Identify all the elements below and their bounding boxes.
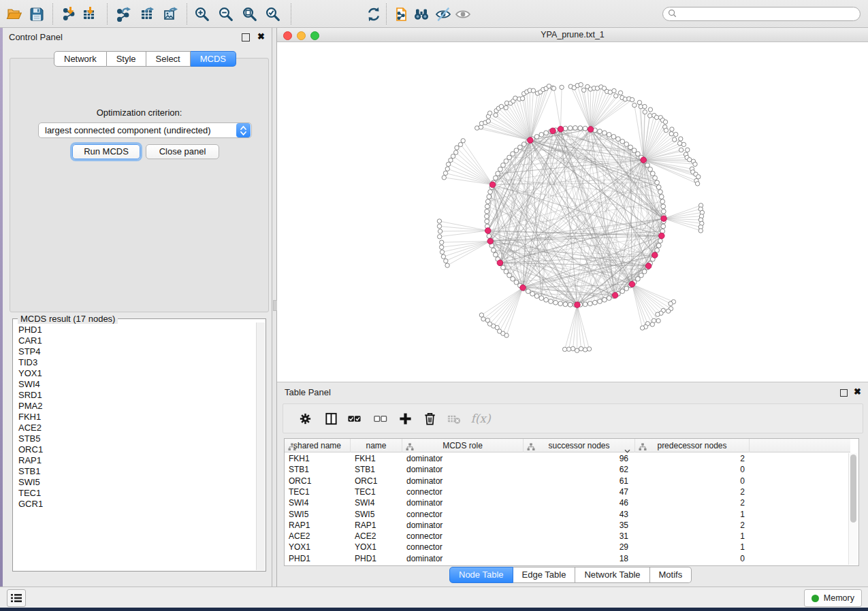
network-title: YPA_prune.txt_1: [277, 30, 868, 39]
cell-shared-name: TEC1: [285, 486, 351, 497]
table-row-FKH1[interactable]: FKH1FKH1dominator962: [285, 453, 858, 464]
cell-shared-name: STB1: [285, 464, 351, 475]
mcds-node-item[interactable]: SRD1: [14, 390, 256, 401]
zoom-fit-icon[interactable]: [241, 5, 259, 23]
mcds-node-item[interactable]: PMA2: [14, 401, 256, 412]
mcds-node-item[interactable]: STB5: [14, 433, 256, 444]
memory-button[interactable]: Memory: [804, 589, 862, 607]
add-icon[interactable]: [397, 410, 413, 427]
search-field[interactable]: [679, 9, 860, 20]
zoom-in-icon[interactable]: [193, 5, 211, 23]
close-panel-icon[interactable]: ✖: [257, 31, 265, 42]
tab-network-table[interactable]: Network Table: [575, 567, 649, 583]
export-network-icon[interactable]: [115, 5, 133, 23]
cell-name: RAP1: [351, 520, 402, 531]
close-table-panel-icon[interactable]: ✖: [854, 386, 861, 397]
mcds-node-item[interactable]: STP4: [14, 346, 256, 357]
tab-select[interactable]: Select: [146, 51, 191, 67]
show-all-icon[interactable]: [454, 5, 472, 23]
search-input[interactable]: [662, 7, 861, 21]
run-mcds-button[interactable]: Run MCDS: [72, 144, 140, 159]
mcds-node-item[interactable]: TEC1: [14, 488, 256, 499]
mcds-result-list[interactable]: PHD1CAR1STP4TID3YOX1SWI4SRD1PMA2FKH1ACE2…: [14, 325, 256, 570]
export-image-icon[interactable]: [162, 5, 180, 23]
tab-edge-table[interactable]: Edge Table: [513, 567, 576, 583]
import-table-icon[interactable]: [80, 5, 98, 23]
table-row-TEC1[interactable]: TEC1TEC1connector472: [285, 486, 858, 497]
table-header-row: shared namenameMCDS rolesuccessor nodesp…: [285, 439, 850, 452]
mcds-node-item[interactable]: GCR1: [14, 499, 256, 510]
tab-motifs[interactable]: Motifs: [650, 567, 692, 583]
mcds-node-item[interactable]: FKH1: [14, 412, 256, 423]
deselect-all-icon[interactable]: [372, 410, 388, 427]
tab-style[interactable]: Style: [107, 51, 146, 67]
table-row-SWI5[interactable]: SWI5SWI5connector431: [285, 509, 858, 520]
control-panel-title: Control Panel: [9, 32, 63, 42]
save-session-icon[interactable]: [28, 5, 46, 23]
mcds-node-item[interactable]: SWI5: [14, 477, 256, 488]
tab-network[interactable]: Network: [54, 51, 107, 67]
mcds-node-item[interactable]: ORC1: [14, 444, 256, 455]
result-scrollbar[interactable]: [256, 323, 265, 570]
column-label: successor nodes: [524, 441, 634, 450]
tab-mcds[interactable]: MCDS: [191, 51, 236, 67]
cell-successor-nodes: 46: [524, 497, 635, 508]
split-divider[interactable]: [272, 28, 277, 587]
cell-MCDS-role: connector: [402, 509, 524, 520]
column-header-shared-name[interactable]: shared name: [285, 439, 351, 452]
table-row-ORC1[interactable]: ORC1ORC1dominator610: [285, 476, 858, 486]
mcds-node-item[interactable]: CAR1: [14, 335, 256, 346]
column-header-successor-nodes[interactable]: successor nodes: [524, 439, 635, 452]
cell-name: FKH1: [351, 453, 402, 464]
table-row-RAP1[interactable]: RAP1RAP1dominator352: [285, 520, 858, 531]
cell-MCDS-role: dominator: [402, 553, 524, 564]
table-row-SWI4[interactable]: SWI4SWI4dominator462: [285, 497, 858, 508]
open-file-icon[interactable]: [5, 5, 23, 23]
column-header-predecessor-nodes[interactable]: predecessor nodes: [635, 439, 750, 452]
network-window-titlebar[interactable]: YPA_prune.txt_1: [277, 28, 868, 42]
column-header-MCDS-role[interactable]: MCDS role: [402, 439, 524, 452]
table-tabs: Node TableEdge TableNetwork TableMotifs: [449, 567, 692, 582]
tab-node-table[interactable]: Node Table: [449, 567, 513, 583]
mcds-node-item[interactable]: PHD1: [14, 325, 256, 335]
trash-icon[interactable]: [421, 410, 438, 427]
cell-name: ORC1: [351, 476, 402, 486]
select-all-icon[interactable]: [346, 410, 362, 427]
column-label: MCDS role: [402, 441, 523, 450]
cell-predecessor-nodes: 2: [635, 520, 750, 531]
task-history-button[interactable]: [7, 589, 26, 607]
close-panel-button[interactable]: Close panel: [146, 144, 219, 159]
float-table-panel-icon[interactable]: [840, 389, 848, 397]
zoom-selected-icon[interactable]: [264, 5, 282, 23]
mcds-node-item[interactable]: RAP1: [14, 455, 256, 466]
mcds-node-item[interactable]: ACE2: [14, 423, 256, 433]
table-row-ACE2[interactable]: ACE2ACE2connector311: [285, 531, 858, 542]
columns-icon[interactable]: [323, 410, 339, 427]
scrollbar-thumb[interactable]: [850, 455, 856, 523]
mcds-node-item[interactable]: YOX1: [14, 368, 256, 379]
float-panel-icon[interactable]: [242, 33, 250, 42]
clone-network-icon[interactable]: [393, 5, 411, 23]
cell-name: STB1: [351, 464, 402, 475]
mcds-node-item[interactable]: TID3: [14, 357, 256, 368]
column-header-name[interactable]: name: [351, 439, 402, 452]
table-row-PHD1[interactable]: PHD1PHD1dominator180: [285, 553, 858, 564]
optimization-criterion-select[interactable]: largest connected component (undirected): [38, 122, 252, 138]
network-graph[interactable]: [277, 42, 868, 382]
find-icon[interactable]: [413, 5, 430, 23]
zoom-out-icon[interactable]: [217, 5, 235, 23]
import-network-icon[interactable]: [61, 5, 78, 23]
export-table-icon[interactable]: [138, 5, 156, 23]
table-row-STB1[interactable]: STB1STB1dominator620: [285, 464, 858, 475]
mcds-node-item[interactable]: STB1: [14, 466, 256, 477]
column-label: predecessor nodes: [635, 441, 749, 450]
network-view[interactable]: [277, 42, 868, 382]
refresh-icon[interactable]: [365, 5, 383, 23]
delete-table-icon: [445, 410, 462, 427]
table-scrollbar[interactable]: [848, 453, 858, 565]
hide-selected-icon[interactable]: [434, 5, 452, 23]
gear-icon[interactable]: [297, 410, 313, 427]
table-row-YOX1[interactable]: YOX1YOX1connector291: [285, 542, 858, 552]
mcds-node-item[interactable]: SWI4: [14, 379, 256, 390]
mcds-tab-content: Optimization criterion: largest connecte…: [10, 58, 269, 312]
